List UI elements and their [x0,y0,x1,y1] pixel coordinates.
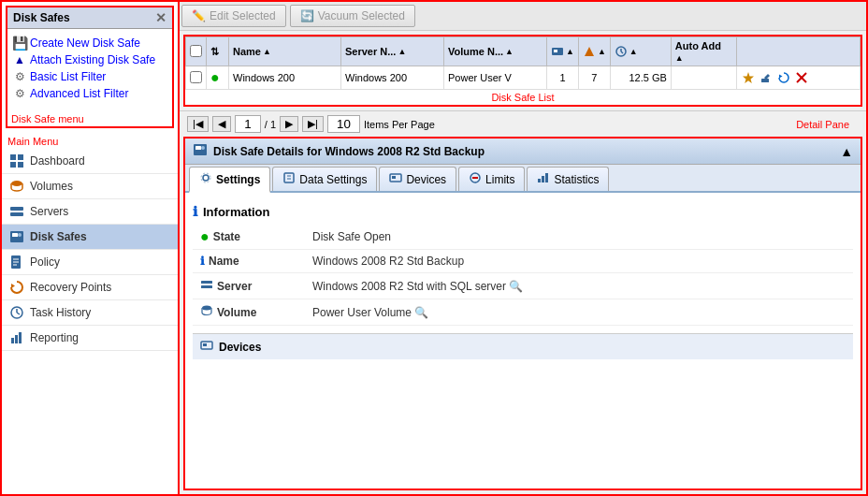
row-volume: Power User V [448,72,512,83]
limits-tab-label: Limits [485,173,514,186]
sidebar-item-task-history[interactable]: Task History [2,300,178,326]
next-page-button[interactable]: ▶ [280,116,298,132]
row-size: 12.5 GB [629,72,666,83]
sidebar-item-recovery-points[interactable]: Recovery Points [2,275,178,300]
row-action-refresh[interactable] [776,70,791,85]
info-row-server: Server Windows 2008 R2 Std with SQL serv… [193,273,853,299]
server-value: Windows 2008 R2 Std with SQL server 🔍 [312,280,846,293]
select-all-checkbox[interactable] [190,45,202,57]
col-header-actions [736,37,860,66]
disk-safe-table: ⇅ Name ▲ Server N... ▲ Volume N... ▲ ▲ ▲… [185,36,861,90]
svg-rect-49 [201,285,212,288]
name-label-text: Name [209,255,239,268]
svg-rect-45 [538,179,541,182]
statistics-tab-label: Statistics [554,173,599,186]
prev-page-button[interactable]: ◀ [212,116,231,132]
col-header-num1[interactable]: ▲ [547,37,579,66]
tab-settings[interactable]: Settings [189,167,270,193]
devices-section-label: Devices [219,341,261,354]
row-volume-cell: Power User V [444,66,547,90]
servers-icon [9,204,24,219]
advanced-filter-link[interactable]: ⚙ Advanced List Filter [11,85,168,102]
name-info-icon: ℹ [200,255,205,268]
col-header-server[interactable]: Server N... ▲ [341,37,444,66]
svg-line-17 [17,313,20,314]
attach-icon: ▲ [13,53,26,66]
create-new-disk-safe-link[interactable]: 💾 Create New Disk Safe [11,35,168,51]
dashboard-label: Dashboard [30,154,85,168]
svg-rect-52 [203,343,207,346]
disk-safes-title: Disk Safes [13,11,70,24]
detail-content: ℹ Information ● State Disk Safe Open ℹ [185,193,861,489]
first-page-button[interactable]: |◀ [187,116,209,132]
col-header-autoadd[interactable]: Auto Add ▲ [671,37,736,66]
page-separator: / 1 [265,119,276,130]
recovery-icon [9,280,24,295]
settings-tab-label: Settings [216,173,260,186]
disk-safes-header: Disk Safes ✕ [7,7,172,29]
row-server: Windows 200 [345,72,407,83]
info-header: ℹ Information [193,200,853,225]
main-menu-label: Main Menu [2,132,178,149]
disk-safe-detail-icon [193,142,208,160]
col-header-name[interactable]: Name ▲ [229,37,341,66]
info-header-icon: ℹ [193,204,197,219]
sidebar-item-disk-safes[interactable]: Disk Safes [2,225,178,250]
tab-statistics[interactable]: Statistics [527,167,609,191]
server-search-icon[interactable]: 🔍 [509,280,523,293]
sidebar-item-reporting[interactable]: Reporting [2,326,178,351]
svg-point-36 [203,175,209,181]
sidebar-item-servers[interactable]: Servers [2,199,178,225]
svg-marker-14 [11,284,15,288]
sidebar-item-policy[interactable]: Policy [2,250,178,275]
sidebar-item-dashboard[interactable]: Dashboard [2,149,178,174]
info-section: ℹ Information ● State Disk Safe Open ℹ [193,200,853,326]
server-label-icon [200,278,213,294]
items-per-page-input[interactable] [327,115,360,133]
table-row: ● Windows 200 Windows 200 Power User V 1… [186,66,861,90]
row-action-star[interactable] [741,70,756,85]
tab-devices[interactable]: Devices [379,167,456,191]
row-num1: 1 [559,72,565,83]
tab-data-settings[interactable]: Data Settings [272,167,377,191]
vacuum-selected-button[interactable]: 🔄 Vacuum Selected [290,5,415,27]
svg-point-35 [201,146,205,150]
detail-pane-collapse-button[interactable]: ▲ [840,144,853,159]
svg-rect-19 [15,335,18,343]
row-num2: 7 [591,72,597,83]
attach-existing-link[interactable]: ▲ Attach Existing Disk Safe [11,51,168,68]
row-checkbox-cell [186,66,207,90]
basic-filter-link[interactable]: ⚙ Basic List Filter [11,68,168,85]
col-header-num2[interactable]: ▲ [578,37,610,66]
volume-search-icon[interactable]: 🔍 [414,306,428,319]
tab-limits[interactable]: Limits [458,167,525,191]
sidebar-item-volumes[interactable]: Volumes [2,174,178,199]
task-history-label: Task History [30,306,91,319]
server-label: Server [200,278,312,294]
row-action-delete[interactable] [794,70,809,85]
state-dot-icon: ● [200,229,210,244]
row-checkbox[interactable] [190,71,202,83]
vacuum-icon: 🔄 [300,9,314,22]
row-status-cell: ● [207,66,229,90]
state-label: ● State [200,229,312,244]
name-label: ℹ Name [200,255,312,268]
col-header-size[interactable]: ▲ [610,37,671,66]
svg-rect-5 [10,207,23,211]
edit-selected-button[interactable]: ✏️ Edit Selected [181,5,286,27]
col-header-volume[interactable]: Volume N... ▲ [444,37,547,66]
svg-rect-3 [18,162,23,168]
row-action-edit[interactable] [759,70,774,85]
close-panel-button[interactable]: ✕ [155,10,166,25]
devices-section-header: Devices [193,333,853,359]
volume-value: Power User Volume 🔍 [312,306,846,319]
status-sort-icon[interactable]: ⇅ [210,46,219,57]
last-page-button[interactable]: ▶| [302,116,324,132]
volumes-label: Volumes [30,180,73,193]
page-number-input[interactable] [235,115,261,133]
svg-rect-8 [12,233,18,237]
svg-rect-1 [18,154,23,160]
disk-safe-list-panel: ⇅ Name ▲ Server N... ▲ Volume N... ▲ ▲ ▲… [183,35,862,107]
basic-filter-label: Basic List Filter [30,70,106,83]
disksafes-icon [9,229,24,244]
